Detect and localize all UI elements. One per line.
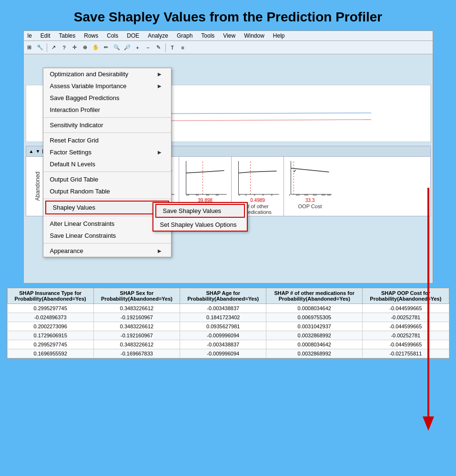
table-row: 0.1696955592 -0.169667833 -0.009996094 0…: [7, 349, 449, 358]
svg-text:8: 8: [271, 193, 273, 196]
svg-text:4: 4: [254, 193, 256, 196]
cell-insurance-4: 0.1729606915: [7, 331, 93, 340]
table-row: 0.1729606915 -0.192160967 -0.009996094 0…: [7, 331, 449, 340]
save-shapley-container: Save Shapley Values: [155, 204, 245, 218]
menu-bar: le Edit Tables Rows Cols DOE Analyze Gra…: [24, 31, 433, 41]
col-header-age: SHAP Age forProbability(Abandoned=Yes): [180, 288, 266, 304]
submenu-arrow-1: ▶: [158, 83, 162, 89]
chart-oop-cost: 0 100 200 300 400 500 33.3 OOP Cost: [284, 157, 336, 216]
save-shapley-values[interactable]: Save Shapley Values: [156, 205, 244, 217]
toolbar-icon-13[interactable]: ✎: [154, 43, 163, 52]
submenu-arrow-2: ▶: [158, 150, 162, 155]
menu-item-cols[interactable]: Cols: [105, 32, 120, 40]
menu-item-window[interactable]: Window: [242, 32, 266, 40]
set-shapley-options[interactable]: Set Shapley Values Options: [153, 219, 247, 231]
data-table: SHAP Insurance Type forProbability(Aband…: [7, 288, 449, 358]
cell-meds-6: 0.0032868992: [266, 349, 363, 358]
svg-text:0: 0: [289, 193, 291, 196]
page-title: Save Shapley Values from the Prediction …: [5, 5, 451, 30]
menu-item-tools[interactable]: Tools: [199, 32, 216, 40]
svg-marker-39: [423, 416, 434, 431]
menu-shapley-values[interactable]: Shapley Values ▶: [46, 202, 168, 213]
menu-optimization[interactable]: Optimization and Desirability ▶: [43, 68, 171, 80]
cell-oop-4: -0.00252781: [363, 331, 449, 340]
chart-title-oop: OOP Cost: [298, 203, 322, 209]
menu-save-bagged[interactable]: Save Bagged Predictions: [43, 92, 171, 104]
svg-text:500: 500: [327, 193, 332, 196]
svg-text:60: 60: [206, 193, 210, 196]
toolbar-icon-12[interactable]: −: [143, 43, 153, 52]
toolbar-icon-4[interactable]: ?: [60, 43, 69, 52]
svg-text:2: 2: [245, 193, 247, 196]
menu-item-analyze[interactable]: Analyze: [146, 32, 170, 40]
menu-output-random[interactable]: Output Random Table: [43, 185, 171, 197]
toolbar-icon-7[interactable]: ✋: [91, 43, 101, 52]
svg-text:0: 0: [239, 193, 241, 196]
toolbar-icon-2[interactable]: 🔧: [35, 43, 45, 52]
cell-sex-6: -0.169667833: [93, 349, 180, 358]
cell-sex-2: -0.192160967: [93, 313, 180, 322]
menu-item-view[interactable]: View: [221, 32, 237, 40]
cell-insurance-6: 0.1696955592: [7, 349, 93, 358]
table-row: -0.024896373 -0.192160967 0.1841723402 0…: [7, 313, 449, 322]
menu-reset-factor[interactable]: Reset Factor Grid: [43, 134, 171, 146]
window-content: Optimization and Desirability ▶ Assess V…: [24, 54, 433, 283]
menu-sensitivity[interactable]: Sensitivity Indicator: [43, 119, 171, 131]
menu-item-graph[interactable]: Graph: [175, 32, 194, 40]
cell-insurance-3: 0.2002273096: [7, 322, 93, 331]
svg-text:300: 300: [313, 193, 317, 196]
menu-item-le[interactable]: le: [26, 32, 34, 40]
cell-age-1: -0.003438837: [180, 304, 266, 313]
data-table-container: SHAP Insurance Type forProbability(Aband…: [7, 287, 450, 359]
chart-xlabel-oop: 33.3: [305, 198, 314, 203]
menu-item-rows[interactable]: Rows: [82, 32, 100, 40]
table-header-row: SHAP Insurance Type forProbability(Aband…: [7, 288, 449, 304]
toolbar-icon-6[interactable]: ⊕: [81, 43, 90, 52]
separator-3: [43, 172, 171, 172]
menu-interaction-profiler[interactable]: Interaction Profiler: [43, 104, 171, 116]
menu-alter-linear[interactable]: Alter Linear Constraints: [43, 218, 171, 230]
svg-text:400: 400: [322, 193, 326, 196]
menu-shapley-container: Shapley Values ▶: [45, 201, 169, 214]
profiler-icon: ▼: [35, 149, 40, 154]
menu-appearance[interactable]: Appearance ▶: [43, 245, 171, 257]
toolbar-icon-1[interactable]: ⊞: [25, 43, 34, 52]
profiler-collapse-icon[interactable]: ▲: [29, 149, 34, 154]
cell-age-3: 0.0935627981: [180, 322, 266, 331]
chart-svg-age: 20 40 60 80: [180, 159, 230, 197]
toolbar-icon-15[interactable]: ≡: [178, 43, 188, 52]
toolbar-icon-10[interactable]: 🔎: [122, 43, 132, 52]
toolbar-icon-8[interactable]: ✏: [101, 43, 111, 52]
col-header-insurance: SHAP Insurance Type forProbability(Aband…: [7, 288, 93, 304]
toolbar-icon-14[interactable]: T: [168, 43, 177, 52]
menu-item-edit[interactable]: Edit: [39, 32, 52, 40]
table-row: 0.2002273096 0.3483226612 0.0935627981 0…: [7, 322, 449, 331]
svg-text:100: 100: [296, 193, 300, 196]
menu-output-grid[interactable]: Output Grid Table: [43, 173, 171, 185]
menu-factor-settings[interactable]: Factor Settings ▶: [43, 146, 171, 158]
svg-text:20: 20: [186, 193, 190, 196]
table-row: 0.2995297745 0.3483226612 -0.003438837 0…: [7, 304, 449, 313]
cell-sex-1: 0.3483226612: [93, 304, 180, 313]
cell-meds-5: 0.0008034642: [266, 340, 363, 349]
menu-default-n[interactable]: Default N Levels: [43, 158, 171, 170]
toolbar-icon-9[interactable]: 🔍: [112, 43, 122, 52]
col-header-medications: SHAP # of other medications forProbabili…: [266, 288, 363, 304]
menu-item-doe[interactable]: DOE: [125, 32, 141, 40]
toolbar-icon-11[interactable]: +: [133, 43, 142, 52]
menu-assess-variable[interactable]: Assess Variable Importance ▶: [43, 80, 171, 92]
main-container: Save Shapley Values from the Prediction …: [5, 5, 451, 359]
separator-4: [43, 199, 171, 199]
shapley-submenu: Save Shapley Values Set Shapley Values O…: [152, 202, 248, 232]
toolbar-icon-5[interactable]: ✛: [70, 43, 80, 52]
separator-6: [43, 243, 171, 243]
menu-item-help[interactable]: Help: [271, 32, 287, 40]
menu-item-tables[interactable]: Tables: [57, 32, 78, 40]
cell-age-5: -0.003438837: [180, 340, 266, 349]
svg-text:200: 200: [304, 193, 309, 196]
cell-meds-3: 0.0031042937: [266, 322, 363, 331]
menu-save-linear[interactable]: Save Linear Constraints: [43, 230, 171, 242]
cell-meds-1: 0.0008034642: [266, 304, 363, 313]
toolbar-icon-3[interactable]: ↗: [49, 43, 59, 52]
cell-oop-6: -0.021755811: [363, 349, 449, 358]
